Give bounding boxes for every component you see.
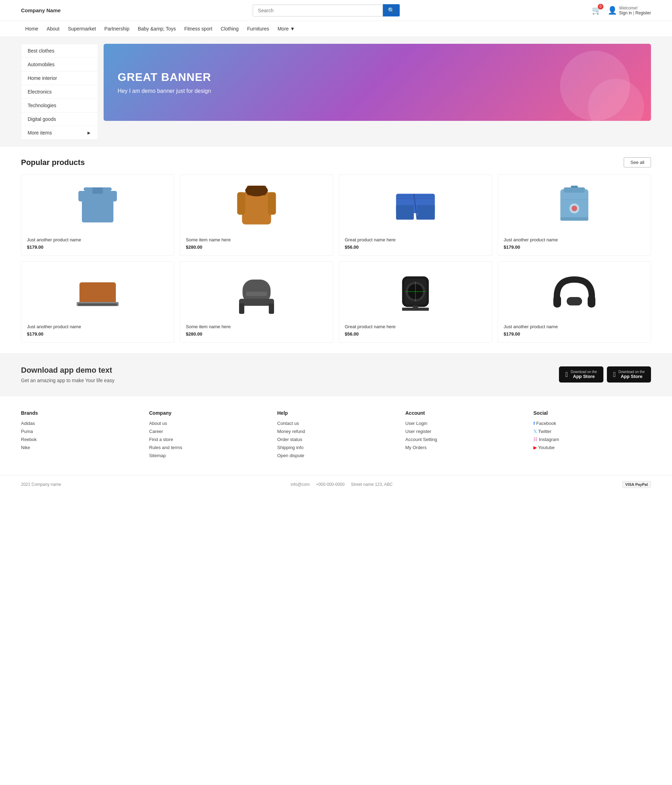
- sidebar: Best clothes Automobiles Home interior E…: [21, 44, 98, 140]
- footer-link-dispute[interactable]: Open dispute: [277, 453, 395, 458]
- product-card[interactable]: Some item name here $280.00: [180, 261, 333, 342]
- footer-link-career[interactable]: Career: [149, 429, 267, 434]
- footer-link-user-login[interactable]: User Login: [405, 421, 523, 426]
- app-store-button-1[interactable]:  Download on the App Store: [559, 366, 603, 383]
- banner-title: GREAT BANNER: [118, 71, 211, 84]
- user-icon: 👤: [608, 6, 617, 15]
- product-card[interactable]: Great product name here $56.00: [339, 261, 492, 342]
- svg-rect-40: [588, 295, 596, 308]
- apple-icon-2: : [613, 371, 616, 378]
- register-link[interactable]: Register: [635, 11, 651, 16]
- product-image: [345, 180, 486, 233]
- product-card[interactable]: Just another product name $179.00: [498, 174, 651, 256]
- svg-rect-23: [80, 282, 116, 305]
- footer-link-refund[interactable]: Money refund: [277, 429, 395, 434]
- footer-company-title: Company: [149, 410, 267, 416]
- banner-subtitle: Hey I am demo banner just for design: [118, 88, 211, 94]
- footer-link-facebook[interactable]: f Facebook: [533, 421, 651, 426]
- sidebar-item-digital-goods[interactable]: Digital goods: [21, 113, 98, 126]
- footer-link-puma[interactable]: Puma: [21, 429, 139, 434]
- nav-partnership[interactable]: Partnership: [100, 21, 134, 36]
- footer-link-account-setting[interactable]: Account Setting: [405, 437, 523, 442]
- see-all-button[interactable]: See all: [624, 157, 651, 167]
- svg-rect-30: [246, 292, 267, 296]
- footer-help-title: Help: [277, 410, 395, 416]
- app-text: Download app demo text Get an amazing ap…: [21, 366, 114, 383]
- sidebar-item-home-interior[interactable]: Home interior: [21, 72, 98, 85]
- footer-link-reebok[interactable]: Reebok: [21, 437, 139, 442]
- svg-rect-6: [237, 192, 245, 215]
- svg-rect-11: [396, 205, 414, 220]
- footer-link-sitemap[interactable]: Sitemap: [149, 453, 267, 458]
- footer-social: Social f Facebook 𝕏 Twitter ☷ Instagram …: [533, 410, 651, 461]
- nav-supermarket[interactable]: Supermarket: [64, 21, 100, 36]
- svg-point-20: [572, 206, 577, 211]
- footer-link-youtube[interactable]: ▶ Youtube: [533, 445, 651, 450]
- search-input[interactable]: [253, 5, 383, 16]
- sidebar-item-more-items[interactable]: More items ►: [21, 126, 98, 139]
- cart-icon[interactable]: 🛒 0: [592, 6, 601, 15]
- nav-more[interactable]: More ▼: [273, 21, 299, 36]
- chevron-down-icon: ▼: [290, 26, 295, 31]
- header-right: 🛒 0 👤 Welcome! Sign in | Register: [592, 6, 651, 16]
- nav-clothing[interactable]: Clothing: [217, 21, 243, 36]
- instagram-icon: ☷: [533, 437, 538, 442]
- nav-baby-toys[interactable]: Baby &amp; Toys: [134, 21, 180, 36]
- svg-rect-21: [560, 217, 588, 220]
- nav-fitness[interactable]: Fitness sport: [180, 21, 216, 36]
- nav-home[interactable]: Home: [21, 21, 42, 36]
- content-row: Best clothes Automobiles Home interior E…: [21, 44, 651, 140]
- nav-about[interactable]: About: [42, 21, 64, 36]
- product-price: $179.00: [504, 244, 645, 250]
- footer-link-shipping[interactable]: Shipping info: [277, 445, 395, 450]
- payment-methods: VISA PayPal: [622, 481, 651, 488]
- facebook-icon: f: [533, 421, 535, 426]
- footer-link-user-register[interactable]: User register: [405, 429, 523, 434]
- product-card[interactable]: Some item name here $280.00: [180, 174, 333, 256]
- sidebar-item-electronics[interactable]: Electronics: [21, 85, 98, 99]
- app-btn-main-1: App Store: [573, 374, 595, 379]
- apple-icon: : [565, 371, 568, 378]
- product-image: [504, 267, 645, 320]
- search-button[interactable]: 🔍: [383, 4, 400, 16]
- app-btn-sub-2: Download on the: [619, 370, 645, 374]
- user-section[interactable]: 👤 Welcome! Sign in | Register: [608, 6, 651, 16]
- product-image: [186, 267, 327, 320]
- app-store-button-2[interactable]:  Download on the App Store: [607, 366, 651, 383]
- footer-link-twitter[interactable]: 𝕏 Twitter: [533, 429, 651, 434]
- svg-rect-14: [396, 195, 435, 197]
- footer-link-nike[interactable]: Nike: [21, 445, 139, 450]
- app-download-section: Download app demo text Get an amazing ap…: [0, 353, 672, 396]
- footer-company: Company About us Career Find a store Rul…: [149, 410, 267, 461]
- product-card[interactable]: Just another product name $179.00: [498, 261, 651, 342]
- footer-link-find-store[interactable]: Find a store: [149, 437, 267, 442]
- search-bar: 🔍: [253, 4, 400, 16]
- company-logo: Company Name: [21, 7, 61, 13]
- sign-in-link[interactable]: Sign in: [619, 11, 632, 16]
- footer-link-order-status[interactable]: Order status: [277, 437, 395, 442]
- product-card[interactable]: Just another product name $179.00: [21, 174, 174, 256]
- svg-rect-12: [417, 205, 435, 220]
- sidebar-item-best-clothes[interactable]: Best clothes: [21, 44, 98, 58]
- footer-address: Street name 123, ABC: [351, 482, 392, 487]
- footer-link-contact[interactable]: Contact us: [277, 421, 395, 426]
- nav-furnitures[interactable]: Furnitures: [243, 21, 273, 36]
- sidebar-item-technologies[interactable]: Technologies: [21, 99, 98, 113]
- product-card[interactable]: Great product name here $56.00: [339, 174, 492, 256]
- product-price: $280.00: [186, 332, 327, 337]
- svg-rect-25: [78, 303, 117, 305]
- footer-help: Help Contact us Money refund Order statu…: [277, 410, 395, 461]
- app-subtitle: Get an amazing app to make Your life eas…: [21, 378, 114, 383]
- main-nav: Home About Supermarket Partnership Baby …: [0, 21, 672, 37]
- footer-link-my-orders[interactable]: My Orders: [405, 445, 523, 450]
- footer-link-adidas[interactable]: Adidas: [21, 421, 139, 426]
- product-card[interactable]: Just another product name $179.00: [21, 261, 174, 342]
- app-btn-sub-1: Download on the: [571, 370, 597, 374]
- footer-link-instagram[interactable]: ☷ Instagram: [533, 437, 651, 442]
- footer-link-rules[interactable]: Rules and terms: [149, 445, 267, 450]
- popular-products-section: Popular products See all Just another pr…: [0, 147, 672, 353]
- sidebar-item-automobiles[interactable]: Automobiles: [21, 58, 98, 72]
- header: Company Name 🔍 🛒 0 👤 Welcome! Sign in | …: [0, 0, 672, 21]
- footer-link-about-us[interactable]: About us: [149, 421, 267, 426]
- svg-rect-28: [239, 303, 244, 314]
